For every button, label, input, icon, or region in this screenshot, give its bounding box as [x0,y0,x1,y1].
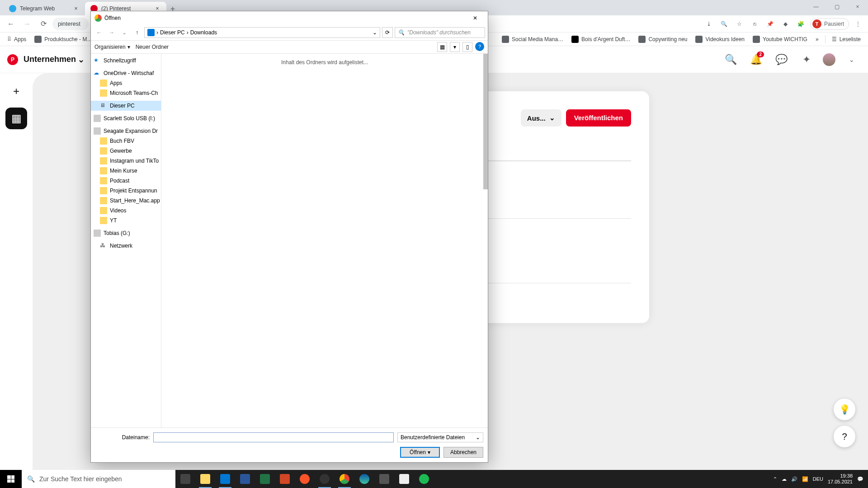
notepad-icon[interactable] [394,470,414,488]
obs-icon[interactable] [315,470,335,488]
bookmark-item[interactable]: Bois d'Argent Duft… [568,34,634,45]
minimize-icon[interactable]: — [806,0,826,14]
maximize-icon[interactable]: ▢ [826,0,847,14]
close-icon[interactable]: × [72,5,80,12]
view-mode-icon[interactable]: ▦ [437,42,447,52]
nav-back-icon[interactable]: ← [94,27,104,38]
folder-search-input[interactable]: 🔍 "Downloads" durchsuchen [395,27,485,38]
start-button[interactable] [0,470,22,488]
search-icon[interactable]: 🔍 [722,51,740,69]
close-window-icon[interactable]: × [847,0,868,14]
tree-drive[interactable]: Tobias (G:) [91,228,161,238]
forward-icon[interactable]: → [20,17,34,31]
updates-icon[interactable]: ✦ [797,51,816,69]
cancel-button[interactable]: Abbrechen [443,447,483,458]
back-icon[interactable]: ← [4,17,18,31]
volume-icon[interactable]: 🔊 [791,476,797,482]
brave-icon[interactable] [295,470,315,488]
reading-list-button[interactable]: ☰ Leseliste [828,34,864,44]
install-app-icon[interactable]: ⤓ [703,18,715,30]
scrollbar-thumb[interactable] [483,54,488,189]
pin-type-button[interactable]: ▦ [5,108,27,129]
tree-folder[interactable]: Projekt Entspannun [91,186,161,196]
notifications-icon[interactable]: 🔔2 [747,51,765,69]
refresh-icon[interactable]: ⟳ [382,27,393,38]
tree-folder[interactable]: Start_Here_Mac.app [91,196,161,206]
idea-button[interactable]: 💡 [834,399,855,420]
tree-folder[interactable]: Videos [91,206,161,216]
tray-chevron-icon[interactable]: ⌃ [773,476,777,482]
apps-shortcut[interactable]: ⠿ Apps [4,34,30,44]
tree-network[interactable]: 🖧Netzwerk [91,241,161,251]
extension-icon[interactable]: ⎋ [749,18,761,30]
nav-up-icon[interactable]: ↑ [132,27,142,38]
bookmark-item[interactable]: Youtube WICHTIG [749,34,811,45]
outlook-icon[interactable] [215,470,235,488]
app-icon[interactable] [374,470,394,488]
breadcrumb[interactable]: › Dieser PC › Downloads ⌄ [144,27,380,38]
profile-chip[interactable]: T Pausiert [810,18,849,30]
help-button[interactable]: ? [834,426,855,447]
tree-onedrive[interactable]: ☁OneDrive - Wirtschaf [91,68,161,78]
bookmark-item[interactable]: Videokurs Ideen [692,34,748,45]
edge-icon[interactable] [354,470,374,488]
tree-folder[interactable]: YT [91,216,161,225]
tree-folder[interactable]: Gewerbe [91,146,161,156]
language-indicator[interactable]: DEU [813,476,823,482]
excel-icon[interactable] [255,470,275,488]
extensions-puzzle-icon[interactable]: 🧩 [795,18,807,30]
tree-folder[interactable]: Apps [91,78,161,88]
bookmark-item[interactable]: Copywriting neu [635,34,691,45]
filetype-select[interactable]: Benutzerdefinierte Dateien ⌄ [397,432,483,442]
tree-quickaccess[interactable]: ★Schnellzugriff [91,56,161,66]
notifications-tray-icon[interactable]: 💬 [857,476,863,482]
tree-folder[interactable]: Podcast [91,176,161,186]
avatar[interactable] [823,53,835,66]
chevron-down-icon[interactable]: ⌄ [843,51,861,69]
view-dropdown-icon[interactable]: ▾ [450,42,460,52]
explorer-icon[interactable] [195,470,215,488]
reload-icon[interactable]: ⟳ [36,17,51,31]
preview-pane-icon[interactable]: ▯ [462,42,472,52]
wifi-icon[interactable]: 📶 [802,476,808,482]
menu-dots-icon[interactable]: ⋮ [852,18,864,30]
open-button[interactable]: Öffnen ▾ [400,447,440,458]
business-dropdown[interactable]: Unternehmen ⌄ [24,55,85,65]
taskbar-search[interactable]: 🔍 Zur Suche Text hier eingeben [22,470,175,488]
organize-dropdown[interactable]: Organisieren ▾ [94,44,130,50]
create-pin-button[interactable]: + [5,80,27,102]
word-icon[interactable] [235,470,255,488]
nav-history-icon[interactable]: ⌄ [119,27,130,38]
zoom-icon[interactable]: 🔍 [718,18,731,30]
messages-icon[interactable]: 💬 [772,51,790,69]
cloud-sync-icon[interactable]: ☁ [782,476,787,482]
bookmark-item[interactable]: Produktsuche - M… [31,34,96,45]
bookmark-overflow[interactable]: » [812,34,822,44]
filename-input[interactable] [153,432,394,442]
tree-folder[interactable]: Microsoft Teams-Ch [91,88,161,98]
pin-icon[interactable]: 📌 [764,18,777,30]
tree-this-pc[interactable]: 🖥Dieser PC [91,101,161,111]
url-field[interactable]: pinterest [52,18,89,30]
publish-button[interactable]: Veröffentlichen [566,109,631,127]
help-icon[interactable]: ? [475,42,484,51]
tree-folder[interactable]: Mein Kurse [91,166,161,176]
task-view-icon[interactable] [175,470,195,488]
clock[interactable]: 19:38 17.05.2021 [828,473,853,485]
tree-folder[interactable]: Instagram und TikTo [91,156,161,166]
chevron-down-icon[interactable]: ⌄ [373,29,377,36]
pinterest-logo-icon[interactable]: P [7,54,18,65]
crumb-item[interactable]: Dieser PC [160,29,185,36]
bookmark-item[interactable]: Social Media Mana… [498,34,567,45]
chrome-icon[interactable] [335,470,354,488]
folder-content-pane[interactable]: Inhalt des Ordners wird aufgelistet... [161,54,488,427]
board-select[interactable]: Aus... ⌄ [521,109,561,127]
new-folder-button[interactable]: Neuer Ordner [136,44,169,50]
tab-telegram[interactable]: Telegram Web × [4,2,85,15]
crumb-item[interactable]: Downloads [190,29,217,36]
bookmark-star-icon[interactable]: ☆ [733,18,746,30]
tree-drive[interactable]: Seagate Expansion Dr [91,126,161,136]
powerpoint-icon[interactable] [275,470,295,488]
dialog-close-icon[interactable]: ✕ [466,13,484,23]
tree-drive[interactable]: Scarlett Solo USB (I:) [91,113,161,123]
